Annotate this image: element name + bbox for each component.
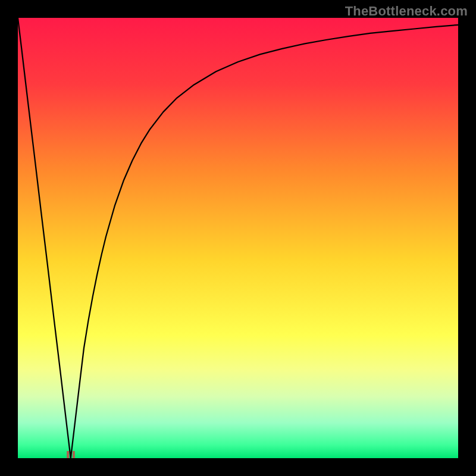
attribution-text: TheBottleneck.com: [345, 4, 468, 19]
chart-frame: ᴜ TheBottleneck.com: [0, 0, 476, 476]
bottleneck-curve: [18, 18, 458, 458]
plot-area: ᴜ: [18, 18, 458, 458]
curve-layer: [18, 18, 458, 458]
